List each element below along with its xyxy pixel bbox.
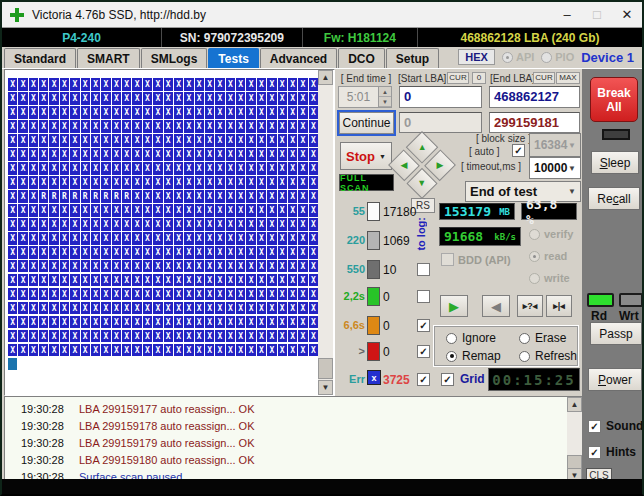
scan-block-error: X xyxy=(39,134,48,147)
scan-block-error: X xyxy=(153,204,162,217)
scan-block-error: X xyxy=(143,204,152,217)
maximize-button[interactable]: □ xyxy=(582,3,612,27)
scan-block-error: X xyxy=(132,246,141,259)
scan-block-error: X xyxy=(164,302,173,315)
current-lba-input[interactable]: 299159181 xyxy=(489,112,580,133)
break-all-button[interactable]: Break All xyxy=(590,77,638,122)
stop-button[interactable]: Stop ▼ xyxy=(340,142,392,170)
speed-over-count: 0 xyxy=(383,345,390,359)
log-6s-checkbox[interactable]: ✓ xyxy=(417,319,430,332)
log-550-checkbox[interactable]: ✓ xyxy=(417,263,430,276)
log-2s-checkbox[interactable]: ✓ xyxy=(417,290,430,303)
grid-checkbox[interactable]: ✓ xyxy=(441,373,454,386)
tab-advanced[interactable]: Advanced xyxy=(260,48,337,68)
scan-block-error: X xyxy=(288,232,297,245)
passp-button[interactable]: Passp xyxy=(590,322,642,345)
tab-smlogs[interactable]: SMLogs xyxy=(141,48,208,68)
end-lba-input[interactable]: 468862127 xyxy=(489,86,580,108)
scan-block-error: X xyxy=(153,302,162,315)
drive-info-bar: P4-240 SN: 979072395209 Fw: H181124 4688… xyxy=(2,28,642,47)
end-lba-max-button[interactable]: MAX xyxy=(556,72,580,84)
scroll-up-icon[interactable]: ▲ xyxy=(567,397,582,412)
scan-block-error: X xyxy=(164,288,173,301)
scan-block-error: X xyxy=(226,260,235,273)
scan-block-error: X xyxy=(91,134,100,147)
tab-smart[interactable]: SMART xyxy=(77,48,140,68)
scan-block-error: X xyxy=(49,232,58,245)
spin-down-icon[interactable]: ▼ xyxy=(379,97,391,107)
scan-block-error: X xyxy=(8,148,17,161)
scan-block-error: X xyxy=(236,134,245,147)
start-lba-input[interactable]: 0 xyxy=(399,86,482,108)
scan-block-error: X xyxy=(257,288,266,301)
chevron-down-icon: ▼ xyxy=(568,141,576,150)
scan-block-error: X xyxy=(132,344,141,357)
scan-block-error: X xyxy=(132,176,141,189)
grid-scrollbar-thumb[interactable] xyxy=(318,358,333,379)
erase-radio[interactable]: Erase xyxy=(519,331,566,345)
grid-scrollbar[interactable]: ▲ ▼ xyxy=(318,70,333,395)
log-err-checkbox[interactable]: ✓ xyxy=(417,373,430,386)
scan-block-error: X xyxy=(164,134,173,147)
scan-block-error: X xyxy=(153,148,162,161)
continue-button[interactable]: Continue xyxy=(337,110,396,136)
scan-block-error: X xyxy=(70,288,79,301)
err-count: 3725 xyxy=(383,373,410,387)
hints-checkbox[interactable]: ✓ xyxy=(588,446,601,459)
timeout-dropdown[interactable]: 10000 ▼ xyxy=(529,157,581,179)
scan-block-error: X xyxy=(267,344,276,357)
scan-block-error: X xyxy=(205,232,214,245)
end-time-spinner[interactable]: 5:01 ▲ ▼ xyxy=(338,86,392,108)
scan-block-error: X xyxy=(257,78,266,91)
scan-block-error: X xyxy=(132,106,141,119)
scan-block-error: X xyxy=(195,92,204,105)
play-button[interactable]: ▶ xyxy=(440,295,468,317)
log-scrollbar-thumb[interactable] xyxy=(567,455,582,469)
scan-block-error: X xyxy=(81,260,90,273)
rewind-button[interactable]: ◀ xyxy=(482,295,510,317)
scan-block-error: X xyxy=(288,134,297,147)
seek-end-button[interactable]: ▸|◂ xyxy=(546,295,572,317)
scan-block-error: X xyxy=(205,190,214,203)
scroll-up-icon[interactable]: ▲ xyxy=(318,70,333,85)
recall-button[interactable]: Recall xyxy=(588,187,640,210)
close-button[interactable]: ✕ xyxy=(612,3,642,27)
hex-button[interactable]: HEX xyxy=(458,49,495,65)
scroll-down-icon[interactable]: ▼ xyxy=(318,380,333,395)
end-lba-cur-button[interactable]: CUR xyxy=(533,72,555,84)
minimize-button[interactable]: – xyxy=(552,3,582,27)
start-lba-zero-button[interactable]: 0 xyxy=(472,72,486,84)
speed-6s-block xyxy=(367,316,380,335)
seek-question-icon: ▸?◂ xyxy=(523,301,538,311)
scan-block-error: X xyxy=(132,232,141,245)
start-lba-cur-button[interactable]: CUR xyxy=(447,72,469,84)
scan-block-error: X xyxy=(60,134,69,147)
tab-dco[interactable]: DCO xyxy=(338,48,385,68)
scan-block-error: X xyxy=(153,120,162,133)
power-button[interactable]: Power xyxy=(588,368,642,391)
tab-tests[interactable]: Tests xyxy=(208,48,258,68)
tab-setup[interactable]: Setup xyxy=(386,48,439,68)
scan-block-error: X xyxy=(184,162,193,175)
scan-block-error: X xyxy=(288,302,297,315)
sound-checkbox[interactable]: ✓ xyxy=(588,420,601,433)
bad-block-action-box: Ignore Erase Remap Refresh xyxy=(433,325,579,367)
auto-checkbox[interactable]: ✓ xyxy=(512,144,525,157)
scan-block-error: X xyxy=(143,162,152,175)
remap-radio[interactable]: Remap xyxy=(446,349,501,363)
log-scrollbar[interactable]: ▲ ▼ xyxy=(567,397,582,483)
scan-block-error: X xyxy=(246,288,255,301)
seek-question-button[interactable]: ▸?◂ xyxy=(517,295,543,317)
refresh-radio[interactable]: Refresh xyxy=(519,349,577,363)
spin-up-icon[interactable]: ▲ xyxy=(379,87,391,97)
tab-standard[interactable]: Standard xyxy=(4,48,76,68)
scan-block-error: X xyxy=(278,246,287,259)
ignore-radio[interactable]: Ignore xyxy=(446,331,496,345)
scan-block-error: X xyxy=(153,92,162,105)
scan-block-error: X xyxy=(122,232,131,245)
sleep-button[interactable]: Sleep xyxy=(591,151,639,174)
scan-block-error: X xyxy=(39,120,48,133)
scan-block-error: X xyxy=(236,232,245,245)
scan-block-error: X xyxy=(298,260,307,273)
log-over-checkbox[interactable]: ✓ xyxy=(417,345,430,358)
